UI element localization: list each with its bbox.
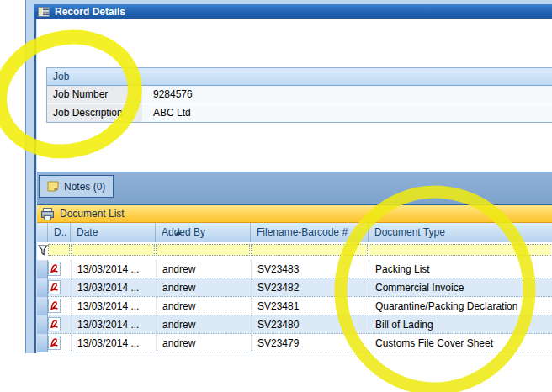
printer-document-icon xyxy=(40,208,55,220)
window-left-border xyxy=(25,0,34,353)
row-selector[interactable] xyxy=(37,315,48,334)
job-description-label: Job Description xyxy=(47,104,145,122)
cell-date: 13/03/2014 ... xyxy=(71,297,156,315)
column-header-date[interactable]: Date xyxy=(71,223,156,242)
window-title: Record Details xyxy=(55,6,125,18)
table-row[interactable]: 13/03/2014 ... andrew SV23479 Customs Fi… xyxy=(37,334,552,352)
cell-date: 13/03/2014 ... xyxy=(71,315,156,334)
job-description-row: Job Description ABC Ltd xyxy=(47,103,552,122)
record-form-icon xyxy=(38,7,50,17)
cell-added-by: andrew xyxy=(156,315,251,334)
column-header-added-by[interactable]: Added By xyxy=(156,223,251,242)
cell-document-type: Customs File Cover Sheet xyxy=(369,334,552,352)
document-grid-header-row: D.. Date Added By Filename-Barcode # Doc… xyxy=(37,223,552,243)
document-list-header: Document List xyxy=(37,205,552,223)
notes-toolbar-band xyxy=(37,172,552,206)
pdf-file-icon xyxy=(48,280,71,295)
cell-filename: SV23480 xyxy=(251,315,369,334)
cell-document-type: Commercial Invoice xyxy=(369,278,552,297)
cell-added-by: andrew xyxy=(156,297,251,315)
cell-date: 13/03/2014 ... xyxy=(71,334,156,352)
cell-filename: SV23483 xyxy=(251,260,369,278)
cell-filename: SV23479 xyxy=(251,334,369,352)
column-header-document-type[interactable]: Document Type xyxy=(369,223,552,242)
row-selector[interactable] xyxy=(37,334,48,352)
notes-button-label: Notes (0) xyxy=(64,181,105,193)
cell-filename: SV23481 xyxy=(251,297,369,315)
table-row[interactable]: 13/03/2014 ... andrew SV23482 Commercial… xyxy=(37,278,552,297)
document-list-title: Document List xyxy=(60,208,125,220)
row-selector-header xyxy=(37,223,48,242)
job-number-row: Job Number 9284576 xyxy=(47,86,552,103)
cell-date: 13/03/2014 ... xyxy=(71,278,156,297)
job-panel-header: Job xyxy=(47,68,552,86)
filter-cell-added-by[interactable] xyxy=(156,244,250,256)
job-panel: Job Job Number 9284576 Job Description A… xyxy=(46,67,552,123)
cell-date: 13/03/2014 ... xyxy=(71,260,156,278)
row-selector[interactable] xyxy=(37,278,48,297)
job-number-value: 9284576 xyxy=(145,86,552,103)
pdf-file-icon xyxy=(48,336,71,351)
pdf-file-icon xyxy=(48,262,71,277)
filter-cell-filename[interactable] xyxy=(251,244,368,256)
grid-filter-row xyxy=(37,242,552,261)
cell-added-by: andrew xyxy=(156,278,251,297)
pdf-file-icon xyxy=(48,299,71,314)
column-header-filename-barcode[interactable]: Filename-Barcode # xyxy=(251,223,369,242)
table-row[interactable]: 13/03/2014 ... andrew SV23483 Packing Li… xyxy=(37,260,552,278)
funnel-icon[interactable] xyxy=(38,245,48,256)
table-row[interactable]: 13/03/2014 ... andrew SV23481 Quarantine… xyxy=(37,297,552,315)
column-header-doc[interactable]: D.. xyxy=(48,223,71,242)
filter-cell-date[interactable] xyxy=(71,244,155,256)
cell-added-by: andrew xyxy=(156,334,251,352)
notes-button[interactable]: Notes (0) xyxy=(39,175,114,198)
window-titlebar: Record Details xyxy=(34,4,552,19)
filter-cell-document-type[interactable] xyxy=(369,244,551,256)
cell-added-by: andrew xyxy=(156,260,251,278)
cell-document-type: Quarantine/Packing Declaration xyxy=(369,297,552,315)
row-selector[interactable] xyxy=(37,260,48,278)
job-number-label: Job Number xyxy=(47,86,145,103)
cell-document-type: Packing List xyxy=(369,260,552,278)
record-details-window: Record Details Job Job Number 9284576 Jo… xyxy=(0,0,552,392)
row-selector[interactable] xyxy=(37,297,48,315)
table-row[interactable]: 13/03/2014 ... andrew SV23480 Bill of La… xyxy=(37,315,552,334)
cell-filename: SV23482 xyxy=(251,278,369,297)
sticky-note-icon xyxy=(47,181,59,192)
cell-document-type: Bill of Lading xyxy=(369,315,552,334)
job-description-value: ABC Ltd xyxy=(145,104,552,122)
filter-cell-doc[interactable] xyxy=(48,244,70,256)
pdf-file-icon xyxy=(48,317,71,332)
